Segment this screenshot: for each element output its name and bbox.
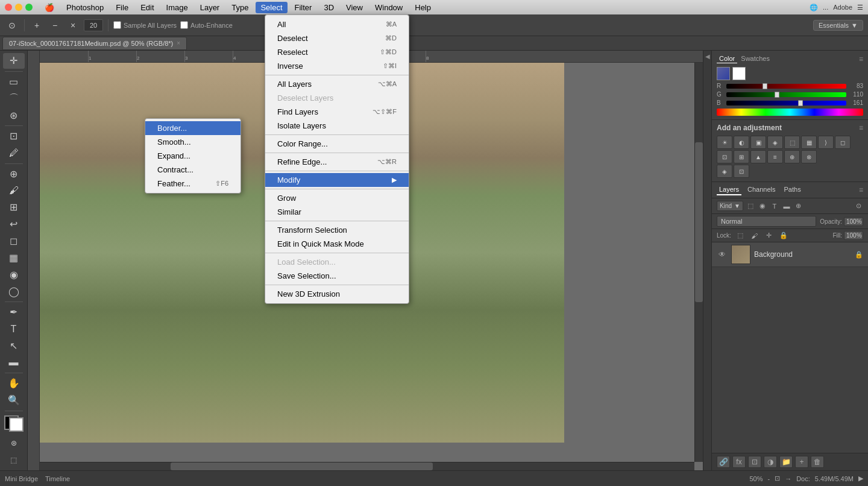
pixel-filter-icon[interactable]: ⬚: [746, 201, 755, 211]
tab-swatches[interactable]: Swatches: [738, 54, 772, 63]
sample-all-layers-input[interactable]: [113, 21, 121, 29]
menu-item-new-3d[interactable]: New 3D Extrusion: [265, 287, 409, 301]
clone-stamp-tool[interactable]: ⊞: [3, 200, 25, 215]
vertical-scrollbar[interactable]: [694, 63, 703, 462]
vertical-scrollbar-thumb[interactable]: [695, 142, 703, 302]
menu-item-quick-mask[interactable]: Edit in Quick Mask Mode: [265, 237, 409, 251]
background-color[interactable]: [9, 417, 24, 432]
path-selection-tool[interactable]: ↖: [3, 338, 25, 353]
lasso-tool[interactable]: ⌒: [3, 90, 25, 106]
shape-filter-icon[interactable]: ▬: [782, 201, 791, 211]
menubar-item-view[interactable]: View: [341, 2, 368, 13]
submenu-item-smooth[interactable]: Smooth...: [145, 135, 241, 149]
panel-collapse-bar[interactable]: ◀: [703, 51, 711, 470]
dodge-tool[interactable]: ◯: [3, 283, 25, 299]
red-slider-thumb[interactable]: [763, 83, 767, 89]
menu-item-modify[interactable]: Modify ▶: [265, 173, 409, 187]
menubar-item-file[interactable]: File: [111, 2, 133, 13]
brightness-contrast-icon[interactable]: ☀: [717, 136, 732, 149]
menu-item-transform-selection[interactable]: Transform Selection: [265, 223, 409, 237]
invert-icon[interactable]: ≡: [767, 150, 783, 163]
smart-filter-icon[interactable]: ⊕: [794, 201, 804, 211]
menu-item-find-layers[interactable]: Find Layers ⌥⇧⌘F: [265, 105, 409, 119]
document-tab[interactable]: 07-iStock_000017617181Medium.psd @ 50% (…: [2, 37, 187, 50]
zoom-tool[interactable]: 🔍: [3, 393, 25, 408]
status-arrow-icon[interactable]: ▶: [858, 475, 863, 482]
menu-item-similar[interactable]: Similar: [265, 205, 409, 219]
mini-bridge-tab[interactable]: Mini Bridge: [5, 475, 38, 482]
fill-value[interactable]: 100%: [844, 231, 863, 240]
marquee-tool[interactable]: ▭: [3, 74, 25, 90]
hand-tool[interactable]: ✋: [3, 376, 25, 391]
document-tab-close[interactable]: ×: [177, 40, 180, 46]
layer-link-button[interactable]: 🔗: [717, 456, 730, 468]
foreground-color-swatch[interactable]: [717, 67, 730, 80]
layer-mask-button[interactable]: ⊡: [748, 456, 761, 468]
gradient-map-icon[interactable]: ◈: [717, 165, 732, 178]
menu-item-save-selection[interactable]: Save Selection...: [265, 269, 409, 283]
menubar-item-apple[interactable]: 🍎: [40, 2, 59, 13]
brush-tool[interactable]: 🖌: [3, 183, 25, 198]
close-button[interactable]: [5, 4, 12, 11]
eyedropper-tool[interactable]: 🖉: [3, 145, 25, 161]
menu-item-refine-edge[interactable]: Refine Edge... ⌥⌘R: [265, 155, 409, 169]
type-filter-icon[interactable]: T: [770, 201, 779, 211]
menu-item-all[interactable]: All ⌘A: [265, 17, 409, 31]
intersect-selection-icon[interactable]: ×: [66, 18, 80, 33]
history-brush-tool[interactable]: ↩: [3, 216, 25, 232]
subtract-selection-icon[interactable]: −: [48, 18, 62, 33]
eraser-tool[interactable]: ◻: [3, 233, 25, 249]
lock-transparency-icon[interactable]: ⬚: [735, 232, 746, 240]
adjustment-filter-icon[interactable]: ◉: [758, 201, 767, 211]
horizontal-scrollbar[interactable]: [40, 462, 694, 470]
curves-icon[interactable]: ▣: [750, 136, 766, 149]
black-white-icon[interactable]: ◻: [835, 136, 851, 149]
quick-mask-button[interactable]: ⊛: [3, 435, 25, 451]
auto-enhance-input[interactable]: [180, 21, 188, 29]
layer-delete-button[interactable]: 🗑: [811, 456, 824, 468]
screen-mode-button[interactable]: ⬚: [3, 452, 25, 468]
zoom-decrease-icon[interactable]: -: [768, 475, 770, 482]
layer-group-button[interactable]: 📁: [779, 456, 793, 468]
pen-tool[interactable]: ✒: [3, 305, 25, 320]
vibrance-icon[interactable]: ⬚: [784, 136, 800, 149]
menu-item-deselect-layers[interactable]: Deselect Layers: [265, 91, 409, 105]
shape-tool[interactable]: ▬: [3, 355, 25, 370]
horizontal-scrollbar-thumb[interactable]: [171, 462, 432, 470]
selection-tool-icon[interactable]: ⊙: [5, 18, 19, 33]
submenu-item-feather[interactable]: Feather... ⇧F6: [145, 177, 241, 191]
color-lookup-icon[interactable]: ▲: [750, 150, 766, 163]
tab-layers[interactable]: Layers: [717, 185, 741, 195]
layer-style-button[interactable]: fx: [732, 456, 746, 468]
menu-item-load-selection[interactable]: Load Selection...: [265, 255, 409, 269]
tab-color[interactable]: Color: [717, 54, 737, 63]
auto-enhance-checkbox[interactable]: Auto-Enhance: [180, 21, 233, 29]
menubar-item-filter[interactable]: Filter: [290, 2, 317, 13]
menu-item-deselect[interactable]: Deselect ⌘D: [265, 31, 409, 45]
maximize-button[interactable]: [25, 4, 33, 11]
menu-item-grow[interactable]: Grow: [265, 191, 409, 205]
timeline-tab[interactable]: Timeline: [45, 475, 70, 482]
tab-paths[interactable]: Paths: [782, 185, 804, 195]
blue-slider-thumb[interactable]: [798, 100, 803, 106]
lock-position-icon[interactable]: ✛: [764, 232, 775, 240]
green-slider-thumb[interactable]: [775, 92, 779, 98]
blend-mode-dropdown[interactable]: Normal: [717, 216, 816, 227]
blue-slider[interactable]: [726, 101, 846, 106]
gradient-tool[interactable]: ▦: [3, 250, 25, 266]
menubar-item-photoshop[interactable]: Photoshop: [61, 2, 108, 13]
kind-filter-dropdown[interactable]: Kind ▼: [717, 201, 743, 211]
layers-panel-expand-icon[interactable]: ≡: [859, 186, 863, 194]
add-to-selection-icon[interactable]: +: [30, 18, 44, 33]
menu-item-reselect[interactable]: Reselect ⇧⌘D: [265, 45, 409, 59]
red-slider[interactable]: [726, 84, 846, 89]
channel-mixer-icon[interactable]: ⊞: [734, 150, 749, 163]
menubar-item-help[interactable]: Help: [410, 2, 436, 13]
move-tool[interactable]: ✛: [3, 53, 25, 69]
menubar-item-edit[interactable]: Edit: [136, 2, 159, 13]
menubar-item-layer[interactable]: Layer: [195, 2, 225, 13]
hsl-icon[interactable]: ▦: [801, 136, 817, 149]
exposure-icon[interactable]: ◈: [767, 136, 783, 149]
essentials-button[interactable]: Essentials ▼: [813, 20, 863, 31]
green-slider[interactable]: [726, 92, 846, 97]
